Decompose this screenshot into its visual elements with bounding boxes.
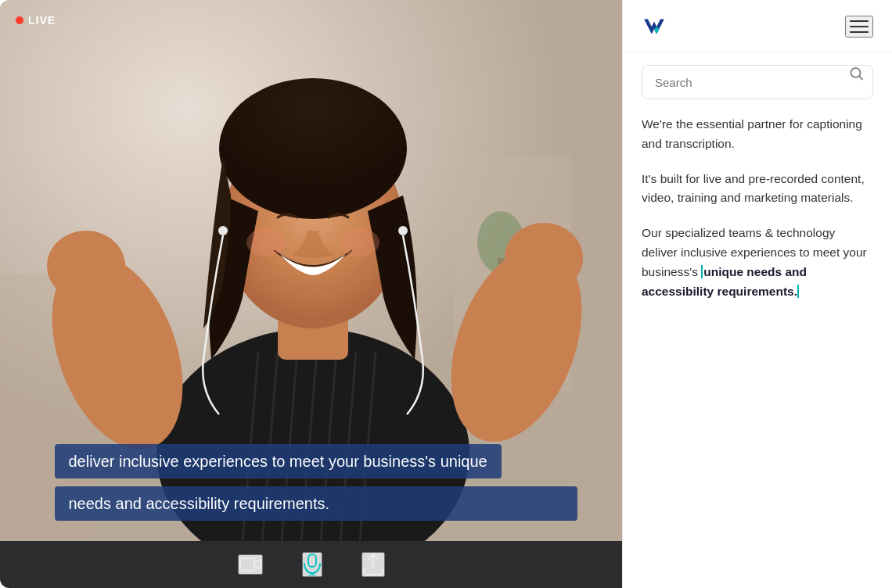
subtitle-line-2: needs and accessibility requirements. (55, 486, 577, 521)
search-container (623, 52, 892, 99)
right-panel: We're the essential partner for captioni… (622, 0, 892, 588)
svg-point-14 (47, 231, 125, 301)
search-input[interactable] (642, 65, 873, 99)
video-panel: LIVE deliver inclusive experiences to me… (0, 0, 622, 588)
microphone-icon (304, 554, 321, 575)
share-icon (363, 554, 383, 575)
search-icon (850, 67, 864, 85)
paragraph-1: We're the essential partner for captioni… (642, 115, 873, 154)
live-badge: LIVE (16, 14, 56, 27)
panel-header (623, 0, 892, 52)
svg-rect-25 (308, 554, 316, 567)
svg-rect-24 (240, 558, 254, 571)
paragraph-2: It's built for live and pre-recorded con… (642, 170, 873, 209)
logo-area (642, 14, 667, 39)
verbit-logo (642, 14, 667, 39)
camera-button[interactable] (238, 554, 263, 575)
subtitle-line-1: deliver inclusive experiences to meet yo… (55, 444, 502, 479)
hamburger-line-1 (850, 20, 869, 22)
hamburger-line-2 (850, 26, 869, 27)
svg-point-21 (340, 228, 379, 256)
hamburger-line-3 (850, 31, 869, 33)
share-button[interactable] (361, 552, 385, 577)
svg-point-20 (246, 228, 286, 256)
cursor-before-highlight (701, 265, 703, 278)
text-cursor (797, 285, 799, 298)
live-dot (16, 16, 23, 24)
microphone-button[interactable] (302, 552, 322, 577)
subtitles-container: deliver inclusive experiences to meet yo… (45, 444, 577, 525)
camera-icon (239, 556, 261, 573)
svg-point-23 (398, 226, 408, 235)
live-label: LIVE (28, 14, 56, 27)
svg-point-16 (505, 223, 583, 293)
hamburger-menu-button[interactable] (845, 16, 873, 38)
panel-content: We're the essential partner for captioni… (623, 99, 892, 588)
svg-point-22 (218, 226, 228, 235)
video-controls-bar (0, 541, 622, 588)
paragraph-3: Our specialized teams & technology deliv… (642, 224, 873, 301)
svg-point-19 (219, 78, 407, 219)
